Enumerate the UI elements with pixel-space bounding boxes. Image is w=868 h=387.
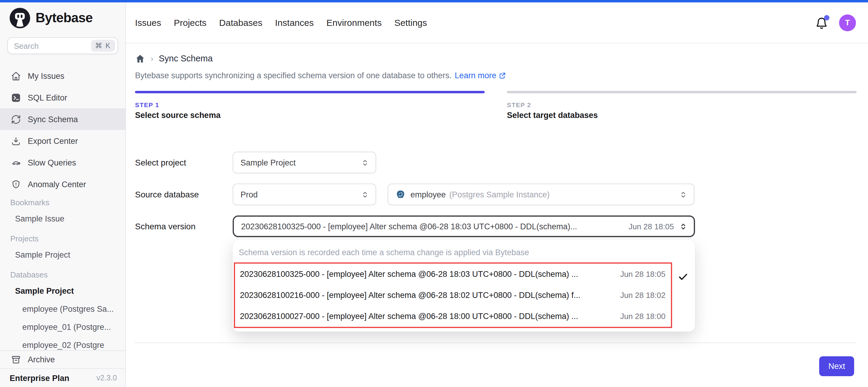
archive-label: Archive — [28, 355, 55, 364]
sidebar: Bytebase Search ⌘ K My Issues SQL Edi — [0, 2, 126, 387]
option-date: Jun 28 18:00 — [620, 312, 665, 321]
postgres-icon — [396, 189, 406, 200]
dropdown-hint: Schema version is recorded each time a s… — [233, 240, 695, 262]
notification-dot — [824, 15, 830, 20]
schema-version-select-wrap: 20230628100325-000 - [employee] Alter sc… — [233, 215, 695, 237]
learn-more-label: Learn more — [455, 70, 496, 81]
sidebar-item-sync-schema[interactable]: Sync Schema — [0, 108, 125, 130]
database-select[interactable]: employee (Postgres Sample Instance) — [388, 183, 694, 205]
logo[interactable]: Bytebase — [0, 2, 125, 34]
environment-select-value: Prod — [241, 190, 355, 199]
sidebar-item-sample-issue[interactable]: Sample Issue — [0, 209, 125, 227]
sidebar-item-label: My Issues — [28, 71, 64, 80]
schema-version-label: Schema version — [135, 221, 233, 231]
schema-version-option-3[interactable]: 20230628100027-000 - [employee] Alter sc… — [235, 306, 671, 327]
sidebar-item-anomaly-center[interactable]: Anomaly Center — [0, 173, 125, 195]
description-text: Bytebase supports synchronizing a specif… — [135, 70, 452, 81]
select-project-label: Select project — [135, 158, 233, 167]
schema-version-option-2[interactable]: 20230628100216-000 - [employee] Alter sc… — [235, 285, 671, 306]
step-1: STEP 1 Select source schema — [135, 91, 485, 120]
schema-version-row: Schema version 20230628100325-000 - [emp… — [135, 215, 857, 237]
terminal-icon — [11, 93, 21, 103]
sidebar-item-archive[interactable]: Archive — [0, 350, 125, 368]
nav-issues[interactable]: Issues — [135, 17, 161, 28]
top-nav: Issues Projects Databases Instances Envi… — [126, 2, 868, 43]
notification-bell-icon[interactable] — [815, 16, 828, 29]
sidebar-item-my-issues[interactable]: My Issues — [0, 65, 125, 87]
sidebar-item-db-employee[interactable]: employee (Postgres Sa... — [0, 300, 125, 318]
breadcrumb: › Sync Schema — [135, 52, 857, 65]
home-icon — [11, 71, 21, 81]
source-database-row: Source database Prod — [135, 183, 857, 205]
environment-select[interactable]: Prod — [233, 183, 376, 205]
sidebar-item-db-employee-02[interactable]: employee_02 (Postgre — [0, 336, 125, 350]
schema-version-select[interactable]: 20230628100325-000 - [employee] Alter sc… — [233, 215, 695, 237]
sidebar-item-label: SQL Editor — [28, 93, 67, 102]
chevron-up-down-icon — [679, 190, 688, 199]
sidebar-item-label: Export Center — [28, 136, 78, 145]
turtle-icon — [11, 157, 21, 168]
step-1-bar — [135, 91, 485, 93]
sidebar-item-export-center[interactable]: Export Center — [0, 130, 125, 152]
learn-more-link[interactable]: Learn more — [455, 70, 507, 81]
schema-version-option-1[interactable]: 20230628100325-000 - [employee] Alter sc… — [235, 263, 671, 285]
search-input[interactable]: Search ⌘ K — [7, 37, 118, 54]
breadcrumb-chevron-icon: › — [151, 54, 153, 63]
option-text: 20230628100325-000 - [employee] Alter sc… — [240, 270, 613, 279]
external-link-icon — [499, 72, 507, 79]
schema-version-value: 20230628100325-000 - [employee] Alter sc… — [241, 222, 621, 231]
logo-text: Bytebase — [36, 10, 93, 26]
annotation-red-box: 20230628100325-000 - [employee] Alter sc… — [234, 262, 672, 328]
next-button[interactable]: Next — [819, 356, 854, 376]
nav-instances[interactable]: Instances — [275, 17, 314, 28]
step-2-title: Select target databases — [507, 111, 857, 120]
sidebar-item-db-employee-01[interactable]: employee_01 (Postgre... — [0, 318, 125, 336]
chevron-up-down-icon — [361, 158, 370, 167]
nav-projects[interactable]: Projects — [174, 17, 207, 28]
sidebar-item-slow-queries[interactable]: Slow Queries — [0, 152, 125, 173]
plan-footer: Enterprise Plan v2.3.0 — [0, 368, 125, 387]
nav-environments[interactable]: Environments — [327, 17, 381, 28]
bytebase-logo-icon — [10, 8, 30, 28]
option-text: 20230628100027-000 - [employee] Alter sc… — [240, 312, 613, 321]
sidebar-item-label: Anomaly Center — [28, 180, 86, 189]
source-database-label: Source database — [135, 189, 233, 199]
step-1-title: Select source schema — [135, 111, 485, 120]
instance-name: (Postgres Sample Instance) — [450, 190, 550, 199]
database-name: employee — [410, 190, 446, 199]
page-description: Bytebase supports synchronizing a specif… — [135, 70, 857, 81]
step-2-label: STEP 2 — [507, 101, 857, 108]
sidebar-item-sql-editor[interactable]: SQL Editor — [0, 87, 125, 108]
project-select[interactable]: Sample Project — [233, 152, 376, 173]
section-projects: Projects — [0, 231, 125, 246]
check-icon — [678, 272, 688, 282]
avatar[interactable]: T — [839, 14, 856, 31]
archive-icon — [11, 354, 21, 365]
download-icon — [11, 136, 21, 146]
option-date: Jun 28 18:05 — [620, 270, 665, 279]
step-1-label: STEP 1 — [135, 101, 485, 108]
option-date: Jun 28 18:02 — [620, 291, 665, 300]
chevron-up-down-icon — [679, 222, 688, 231]
project-select-value: Sample Project — [241, 158, 355, 167]
app-window: Bytebase Search ⌘ K My Issues SQL Edi — [0, 0, 868, 387]
section-bookmarks: Bookmarks — [0, 195, 125, 209]
nav-settings[interactable]: Settings — [394, 17, 427, 28]
app-version: v2.3.0 — [96, 374, 117, 382]
nav-databases[interactable]: Databases — [219, 17, 262, 28]
sync-schema-form: Select project Sample Project Source dat… — [135, 152, 857, 237]
plan-name: Enterprise Plan — [10, 374, 69, 383]
shield-icon — [11, 179, 21, 189]
breadcrumb-page: Sync Schema — [159, 54, 213, 63]
breadcrumb-home-icon[interactable] — [135, 53, 145, 64]
sidebar-item-db-sample-project[interactable]: Sample Project — [0, 282, 125, 300]
option-text: 20230628100216-000 - [employee] Alter sc… — [240, 291, 613, 300]
chevron-up-down-icon — [361, 190, 370, 199]
section-databases: Databases — [0, 267, 125, 282]
step-2-bar — [507, 91, 857, 93]
search-shortcut-badge: ⌘ K — [91, 40, 115, 52]
sidebar-item-sample-project[interactable]: Sample Project — [0, 246, 125, 263]
select-project-row: Select project Sample Project — [135, 152, 857, 173]
sidebar-tree: Bookmarks Sample Issue Projects Sample P… — [0, 195, 125, 350]
step-2: STEP 2 Select target databases — [507, 91, 857, 120]
